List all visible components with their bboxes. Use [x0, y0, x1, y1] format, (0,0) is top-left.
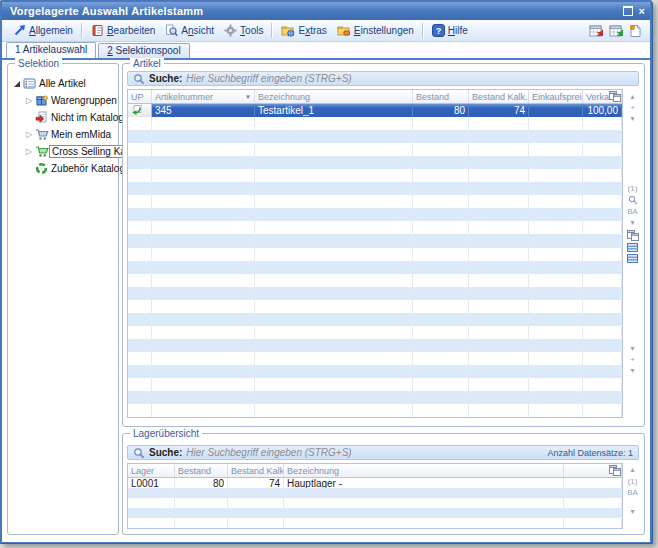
- selektion-panel-title: Selektion: [15, 58, 62, 69]
- cell-bestand-kalk-: [469, 404, 529, 417]
- cell-bezeichnung: [255, 261, 413, 274]
- cell-value: 100,00: [587, 105, 618, 116]
- column-header-label: UP: [131, 92, 144, 102]
- column-chooser-icon[interactable]: [609, 464, 621, 478]
- cell-einkaufspreis: [529, 169, 583, 182]
- cell-einkaufspreis: [529, 234, 583, 247]
- tree-item-cross-selling-katalog[interactable]: ▷Cross Selling Katalog: [8, 143, 118, 160]
- tab-artikelauswahl[interactable]: 1 Artikelauswahl: [6, 42, 96, 58]
- column-header-bestand[interactable]: Bestand: [413, 90, 469, 103]
- tree-item-alle-artikel[interactable]: Alle Artikel: [8, 75, 118, 92]
- cell-verkaufspreis: [583, 195, 622, 208]
- cart-gray-icon: [34, 128, 49, 141]
- cell-bestand: [413, 248, 469, 261]
- tree-expand-icon[interactable]: ▷: [24, 148, 34, 156]
- toolbar-new-document-icon[interactable]: [629, 24, 642, 38]
- cell-verkaufspreis: [583, 169, 622, 182]
- scroll-up-icon[interactable]: ▴: [630, 465, 634, 474]
- cell-bezeichnung: [284, 518, 564, 528]
- column-chooser-icon[interactable]: [609, 90, 621, 104]
- tree-collapse-icon[interactable]: [12, 81, 22, 87]
- cell-verkaufspreis: [583, 352, 622, 365]
- row-count-icon[interactable]: (1): [628, 184, 638, 193]
- column-chooser-icon[interactable]: [627, 229, 639, 241]
- menu-item-allgemein[interactable]: Allgemein: [8, 23, 78, 38]
- tree-expand-icon[interactable]: ▷: [24, 97, 34, 105]
- cell-up: [128, 143, 152, 156]
- table-row-empty: [128, 391, 622, 404]
- cell-bestand-kalk-: [469, 339, 529, 352]
- filter-icon[interactable]: ▾: [630, 218, 634, 227]
- cell-bezeichnung: [255, 234, 413, 247]
- cell-bestand: [413, 261, 469, 274]
- column-header-bezeichnung[interactable]: Bezeichnung: [255, 90, 413, 103]
- row-count-icon[interactable]: (1): [628, 477, 638, 486]
- table-row[interactable]: L00018074Hauptlager -: [128, 478, 622, 488]
- column-header-label: Bezeichnung: [258, 92, 310, 102]
- scroll-down-icon[interactable]: ▾: [630, 507, 634, 516]
- cell-einkaufspreis: [529, 404, 583, 417]
- scroll-up-icon[interactable]: ▴: [630, 92, 634, 101]
- cell-up: [128, 169, 152, 182]
- cell-bestand-kalk-: [469, 234, 529, 247]
- table-row-empty: [128, 313, 622, 326]
- title-bar[interactable]: Vorgelagerte Auswahl Artikelstamm ×: [2, 2, 650, 20]
- artikel-panel: Artikel Suche: Hier Suchbegriff eingeben…: [122, 63, 645, 427]
- cell-bestand: 80: [413, 104, 469, 117]
- cell-verkaufspreis: [583, 339, 622, 352]
- lager-search-input[interactable]: Suche: Hier Suchbegriff eingeben (STRG+S…: [127, 445, 639, 460]
- menu-item-label: Einstellungen: [354, 25, 414, 36]
- cell-verkaufspreis: [583, 274, 622, 287]
- column-header-label: Bezeichnung: [287, 466, 339, 476]
- table-row-empty: [128, 287, 622, 300]
- tree-expand-icon[interactable]: ▷: [24, 131, 34, 139]
- toolbar-table-import-green-icon[interactable]: [609, 24, 624, 38]
- column-header-bestand[interactable]: Bestand: [175, 464, 228, 477]
- scroll-down-icon[interactable]: ▾: [630, 114, 634, 123]
- column-header-up[interactable]: UP: [128, 90, 152, 103]
- artikel-search-input[interactable]: Suche: Hier Suchbegriff eingeben (STRG+S…: [127, 71, 639, 86]
- page-down-icon[interactable]: ▾: [630, 344, 634, 353]
- select-mode-icon[interactable]: BA: [627, 488, 638, 497]
- menu-item-hilfe[interactable]: ?Hilfe: [427, 23, 473, 38]
- cell-value: Testartikel_1: [258, 105, 314, 116]
- menu-item-bearbeiten[interactable]: Bearbeiten: [86, 23, 160, 38]
- column-header-bestand-kalk-[interactable]: Bestand Kalk.: [469, 90, 529, 103]
- menu-item-tools[interactable]: Tools: [219, 23, 268, 38]
- menu-item-extras[interactable]: Extras: [276, 23, 331, 38]
- column-header-bestand-kalk-[interactable]: Bestand Kalk.: [228, 464, 284, 477]
- restore-icon[interactable]: [623, 5, 633, 17]
- menu-item-einstellungen[interactable]: Einstellungen: [332, 23, 419, 38]
- layout-list-icon-2[interactable]: [627, 254, 638, 263]
- insert-icon[interactable]: +: [630, 355, 635, 364]
- tree-item-warengruppen[interactable]: ▷Warengruppen: [8, 92, 118, 109]
- layout-list-icon[interactable]: [627, 243, 638, 252]
- table-row-empty: [128, 169, 622, 182]
- column-header-einkaufspreis[interactable]: Einkaufspreis: [529, 90, 583, 103]
- toolbar-table-import-red-icon[interactable]: [589, 24, 604, 38]
- go-end-icon[interactable]: ▾: [630, 366, 634, 375]
- cell-einkaufspreis: [529, 300, 583, 313]
- tree-item-label: Warengruppen: [49, 95, 119, 106]
- column-header-bezeichnung[interactable]: Bezeichnung: [284, 464, 564, 477]
- tree-item-mein-emmida[interactable]: ▷Mein emMida: [8, 126, 118, 143]
- article-list-icon: [22, 77, 37, 90]
- recycle-icon: [34, 162, 49, 175]
- tree-item-zubeh-r-katalog[interactable]: Zubehör Katalog: [8, 160, 118, 177]
- column-header-artikelnummer[interactable]: Artikelnummer▼: [152, 90, 255, 103]
- table-row[interactable]: 345Testartikel_18074100,00: [128, 104, 622, 117]
- cell-bestand: [413, 326, 469, 339]
- table-row-empty: [128, 195, 622, 208]
- add-row-icon[interactable]: +: [630, 103, 635, 112]
- cell-artikelnummer: [152, 143, 255, 156]
- tree-item-nicht-im-katalog[interactable]: Nicht im Katalog: [8, 109, 118, 126]
- close-icon[interactable]: ×: [639, 5, 645, 17]
- table-row-empty: [128, 117, 622, 130]
- column-header-lager[interactable]: Lager: [128, 464, 175, 477]
- select-mode-icon[interactable]: BA: [627, 207, 638, 216]
- menu-item-ansicht[interactable]: Ansicht: [160, 23, 219, 38]
- grid-search-icon[interactable]: [628, 195, 638, 205]
- cell-bezeichnung: [255, 378, 413, 391]
- tab-selektionspool[interactable]: 2 Selektionspool: [98, 43, 189, 58]
- cell-verkaufspreis: [583, 221, 622, 234]
